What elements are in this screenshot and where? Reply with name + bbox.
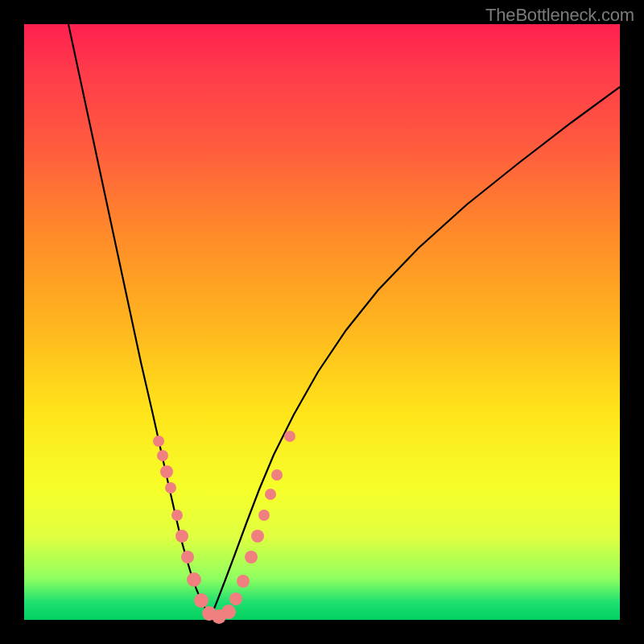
bead-point <box>237 575 250 588</box>
bead-point <box>165 482 176 493</box>
bead-point <box>271 469 283 481</box>
bead-point <box>229 592 242 605</box>
bead-point <box>258 510 270 521</box>
bead-point <box>171 510 183 521</box>
bead-point <box>187 572 201 587</box>
bead-point <box>181 551 194 564</box>
bead-point <box>251 530 264 543</box>
bead-point <box>265 489 276 500</box>
curve-left <box>68 24 211 617</box>
bead-point <box>284 431 295 442</box>
bead-point <box>194 593 208 608</box>
bead-point <box>160 465 173 478</box>
bead-point <box>245 551 258 564</box>
watermark-text: TheBottleneck.com <box>485 5 634 26</box>
plot-svg <box>24 24 620 620</box>
bead-point <box>175 530 188 543</box>
beads-group <box>153 431 295 624</box>
bead-point <box>157 450 168 461</box>
bead-point <box>153 436 164 447</box>
bead-point <box>221 605 236 619</box>
plot-area <box>24 24 620 620</box>
curve-right <box>211 87 620 617</box>
